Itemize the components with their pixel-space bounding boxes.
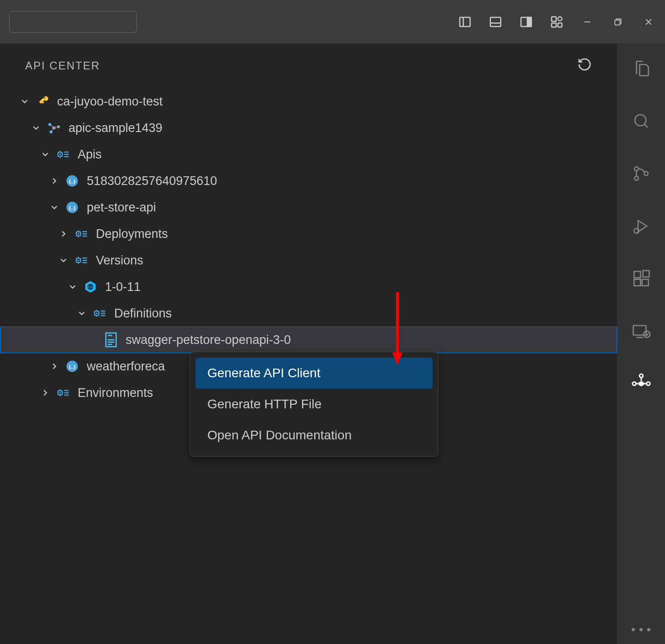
api-center-icon[interactable]: [630, 372, 653, 395]
tree-label: 5183028257640975610: [87, 174, 217, 188]
maximize-icon[interactable]: [611, 15, 625, 29]
tree-item-definitions[interactable]: Definitions: [0, 300, 617, 327]
chevron-down-icon: [18, 95, 31, 108]
tree-item-versions[interactable]: Versions: [0, 247, 617, 274]
svg-rect-70: [642, 280, 648, 286]
chevron-down-icon: [75, 307, 88, 320]
tree-label: 1-0-11: [105, 280, 141, 294]
tree-item-apis[interactable]: Apis: [0, 141, 617, 168]
svg-point-15: [44, 97, 46, 99]
svg-rect-9: [558, 23, 562, 27]
tree-label: pet-store-api: [87, 201, 156, 215]
svg-rect-2: [491, 17, 501, 26]
svg-point-61: [635, 115, 646, 126]
svg-rect-69: [634, 280, 640, 286]
extensions-icon[interactable]: [630, 267, 653, 290]
tree-label: Environments: [78, 386, 153, 400]
svg-marker-75: [639, 381, 644, 386]
tree-label: swagger-petstore-openapi-3-0: [126, 333, 291, 347]
chevron-down-icon: [57, 254, 70, 267]
menu-open-api-documentation[interactable]: Open API Documentation: [195, 420, 433, 451]
tree-label: Versions: [96, 253, 143, 268]
tree-label: Apis: [78, 148, 102, 162]
svg-point-64: [634, 176, 639, 180]
tree-label: weatherforeca: [87, 359, 165, 374]
document-icon: [103, 332, 119, 348]
api-icon: {..}: [64, 200, 80, 215]
svg-rect-68: [634, 271, 640, 278]
api-icon: {..}: [64, 173, 80, 189]
chevron-down-icon: [48, 201, 61, 214]
tree-item-petstore[interactable]: {..} pet-store-api: [0, 194, 617, 221]
activity-bar: [617, 43, 665, 644]
tree-label: Definitions: [114, 306, 172, 321]
menu-generate-http-file[interactable]: Generate HTTP File: [195, 389, 433, 420]
title-controls: [458, 15, 656, 29]
split-bottom-icon[interactable]: [488, 15, 503, 29]
context-menu: Generate API Client Generate HTTP File O…: [190, 352, 438, 457]
svg-point-63: [634, 167, 639, 171]
chevron-down-icon: [30, 121, 42, 134]
sidebar-panel: API CENTER ca-juyoo-demo-test: [0, 43, 617, 644]
tree-item-sample[interactable]: apic-sample1439: [0, 115, 617, 141]
settings-list-icon: [74, 253, 89, 268]
tree-label: ca-juyoo-demo-test: [57, 95, 163, 109]
svg-rect-0: [460, 17, 470, 26]
svg-text:<>: <>: [88, 285, 93, 290]
tree-label: Deployments: [96, 227, 168, 241]
api-icon: {..}: [64, 359, 80, 374]
hexagon-icon: <>: [83, 279, 98, 295]
split-left-icon[interactable]: [458, 15, 472, 29]
menu-generate-api-client[interactable]: Generate API Client: [195, 358, 433, 389]
network-icon: [46, 120, 62, 136]
search-input[interactable]: [9, 11, 137, 33]
svg-marker-66: [638, 221, 647, 232]
more-icon[interactable]: [632, 628, 650, 631]
debug-icon[interactable]: [630, 215, 653, 238]
remote-icon[interactable]: [630, 320, 653, 343]
svg-line-62: [644, 124, 648, 127]
svg-text:{..}: {..}: [69, 364, 76, 370]
close-icon[interactable]: [641, 15, 656, 29]
svg-point-33: [78, 233, 79, 235]
split-right-icon[interactable]: [519, 15, 533, 29]
settings-list-icon: [55, 147, 71, 162]
chevron-right-icon: [48, 360, 61, 373]
svg-point-24: [59, 153, 61, 155]
tree-item-root[interactable]: ca-juyoo-demo-test: [0, 88, 617, 115]
svg-rect-12: [615, 20, 620, 25]
settings-list-icon: [55, 385, 71, 401]
svg-point-76: [632, 382, 636, 385]
chevron-right-icon: [39, 386, 52, 399]
tree-item-swagger-def[interactable]: swagger-petstore-openapi-3-0: [0, 327, 617, 353]
settings-list-icon: [74, 226, 89, 242]
tree-item-api1[interactable]: {..} 5183028257640975610: [0, 168, 617, 194]
tree-item-deployments[interactable]: Deployments: [0, 221, 617, 247]
panel-header: API CENTER: [0, 43, 617, 88]
explorer-icon[interactable]: [630, 57, 653, 80]
svg-rect-6: [552, 16, 556, 21]
layout-icon[interactable]: [549, 15, 564, 29]
tree-label: apic-sample1439: [69, 121, 163, 135]
svg-point-57: [59, 392, 61, 394]
svg-point-46: [96, 312, 98, 314]
svg-text:{..}: {..}: [69, 205, 76, 211]
svg-rect-5: [528, 17, 532, 26]
svg-point-65: [644, 172, 648, 176]
chevron-right-icon: [48, 174, 61, 187]
svg-text:{..}: {..}: [69, 179, 76, 184]
minimize-icon[interactable]: [580, 15, 595, 29]
svg-point-77: [646, 382, 650, 385]
key-icon: [35, 94, 50, 109]
main-area: API CENTER ca-juyoo-demo-test: [0, 43, 665, 644]
chevron-down-icon: [66, 280, 79, 293]
tree-item-version1[interactable]: <> 1-0-11: [0, 274, 617, 300]
refresh-icon[interactable]: [577, 57, 592, 74]
search-icon[interactable]: [630, 110, 653, 132]
chevron-right-icon: [57, 227, 70, 240]
svg-point-38: [78, 259, 79, 261]
panel-title: API CENTER: [25, 59, 100, 72]
chevron-down-icon: [39, 148, 52, 161]
svg-point-78: [639, 374, 643, 378]
source-control-icon[interactable]: [630, 162, 653, 185]
